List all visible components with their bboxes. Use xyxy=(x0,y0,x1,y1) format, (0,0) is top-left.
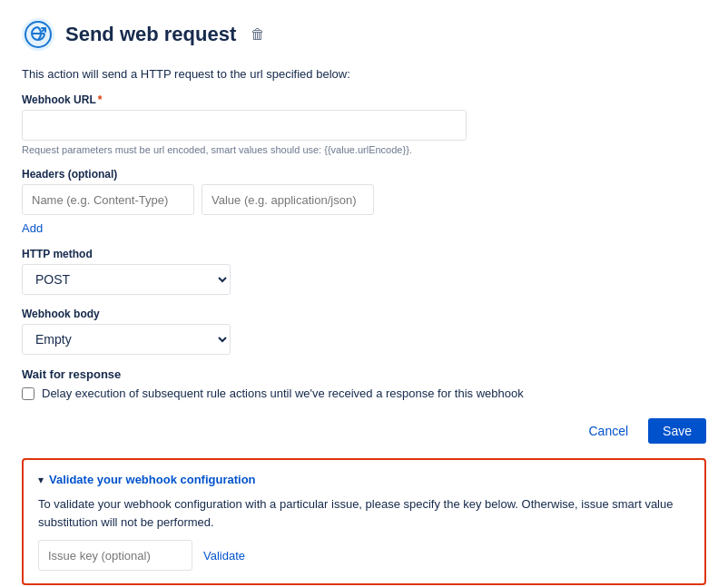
http-method-label: HTTP method xyxy=(22,248,706,260)
http-method-group: HTTP method POST GET PUT DELETE PATCH xyxy=(22,248,706,295)
headers-group: Headers (optional) Add xyxy=(22,168,706,235)
webhook-url-group: Webhook URL * Request parameters must be… xyxy=(22,93,706,155)
headers-label: Headers (optional) xyxy=(22,168,706,181)
webhook-body-label: Webhook body xyxy=(22,308,706,320)
webhook-url-label: Webhook URL * xyxy=(22,93,706,106)
webhook-body-select[interactable]: Empty Custom data Issue data xyxy=(22,324,231,355)
validate-button[interactable]: Validate xyxy=(203,549,245,563)
header-value-input[interactable] xyxy=(202,184,374,215)
validate-toggle-row[interactable]: ▾ Validate your webhook configuration xyxy=(38,473,690,486)
send-web-request-icon xyxy=(22,18,54,51)
webhook-url-hint: Request parameters must be url encoded, … xyxy=(22,144,706,155)
required-marker: * xyxy=(98,93,103,106)
validate-section: ▾ Validate your webhook configuration To… xyxy=(22,458,706,585)
chevron-down-icon: ▾ xyxy=(38,474,44,486)
add-header-button[interactable]: Add xyxy=(22,221,43,235)
main-container: Send web request 🗑 This action will send… xyxy=(0,0,728,587)
wait-for-response-checkbox-label: Delay execution of subsequent rule actio… xyxy=(42,386,524,400)
webhook-url-input[interactable] xyxy=(22,110,467,141)
wait-for-response-row: Delay execution of subsequent rule actio… xyxy=(22,386,706,400)
page-description: This action will send a HTTP request to … xyxy=(22,67,706,81)
validate-input-row: Validate xyxy=(38,540,690,571)
wait-for-response-label: Wait for response xyxy=(22,367,706,381)
http-method-select[interactable]: POST GET PUT DELETE PATCH xyxy=(22,264,231,295)
page-header: Send web request 🗑 xyxy=(22,18,706,51)
page-title: Send web request xyxy=(65,23,236,46)
headers-row xyxy=(22,184,706,215)
issue-key-input[interactable] xyxy=(38,540,192,571)
validate-description: To validate your webhook configuration w… xyxy=(38,495,690,531)
actions-row: Cancel Save xyxy=(22,418,706,444)
cancel-button[interactable]: Cancel xyxy=(577,418,639,444)
webhook-body-group: Webhook body Empty Custom data Issue dat… xyxy=(22,308,706,355)
validate-section-title: Validate your webhook configuration xyxy=(49,473,256,486)
delete-icon[interactable]: 🗑 xyxy=(251,26,265,43)
header-name-input[interactable] xyxy=(22,184,194,215)
wait-for-response-checkbox[interactable] xyxy=(22,387,34,400)
wait-for-response-section: Wait for response Delay execution of sub… xyxy=(22,367,706,400)
save-button[interactable]: Save xyxy=(648,418,706,444)
